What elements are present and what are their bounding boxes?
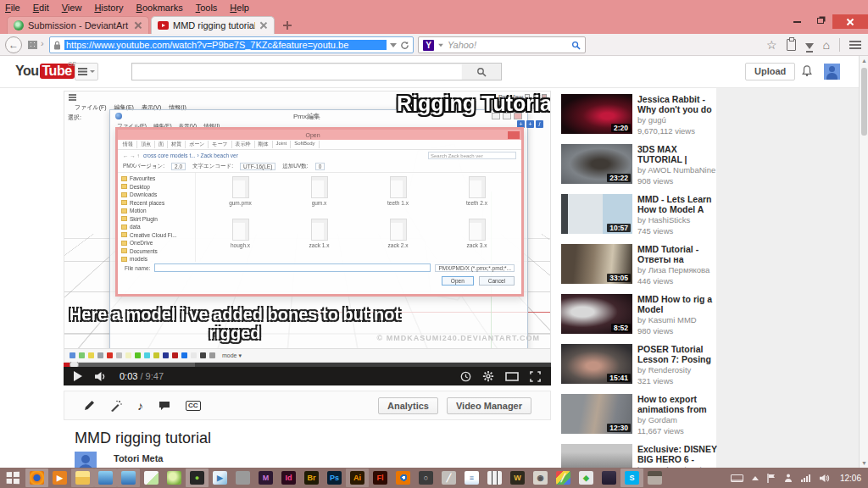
menu-item[interactable]: History [94, 3, 123, 13]
taskbar-sims-icon[interactable]: ◆ [575, 469, 598, 487]
taskbar-cap-app-icon[interactable] [643, 469, 666, 487]
youtube-logo[interactable]: You Tube [15, 64, 75, 79]
search-icon[interactable] [571, 41, 581, 50]
taskbar-media-player-icon[interactable]: ▶ [48, 469, 71, 487]
search-placeholder[interactable]: Yahoo! [448, 40, 568, 50]
channel-avatar[interactable] [75, 452, 97, 468]
volume-icon[interactable] [94, 371, 108, 382]
watch-later-icon[interactable] [460, 371, 471, 382]
analytics-button[interactable]: Analytics [378, 397, 438, 414]
edit-pencil-icon[interactable] [83, 400, 95, 412]
url-bar[interactable]: https://www.youtube.com/watch?v=P9be7S_7… [49, 36, 414, 53]
account-avatar[interactable] [824, 64, 840, 80]
tab-close-icon[interactable] [259, 21, 268, 30]
theater-mode-icon[interactable] [505, 372, 519, 381]
bookmark-star-icon[interactable]: ☆ [766, 37, 777, 53]
taskbar-illustrator-icon[interactable]: Ai [346, 469, 369, 487]
url-text[interactable]: https://www.youtube.com/watch?v=P9be7S_7… [64, 40, 387, 50]
taskbar-paint-app-icon[interactable]: ╱ [437, 469, 460, 487]
upload-button[interactable]: Upload [745, 63, 795, 80]
reload-icon[interactable] [400, 41, 409, 50]
taskbar-dark-app-icon[interactable] [598, 469, 620, 487]
video-thumbnail[interactable]: 10:57 [561, 194, 632, 234]
site-identity-icon[interactable] [28, 41, 37, 49]
video-author[interactable]: by Kasumi MMD [637, 315, 717, 325]
scrollbar-thumb[interactable] [861, 68, 867, 136]
suggested-video[interactable]: 2:20 Jessica Rabbit - Why don't you do r… [561, 94, 717, 136]
video-player[interactable]: PmxView ファイル(F) 編集(E) 表示(V) 情報(I) 選択: ++… [64, 91, 551, 385]
taskbar-flash-icon[interactable]: Fl [369, 469, 392, 487]
taskbar-document-app-icon[interactable]: ≡ [460, 469, 483, 487]
fullscreen-icon[interactable] [530, 371, 541, 382]
action-center-flag-icon[interactable] [767, 474, 776, 483]
video-author[interactable]: by Renderosity [637, 365, 717, 375]
video-title-link[interactable]: 3DS MAX TUTORIAL | CHANGEMENT DE TETE + … [637, 144, 717, 164]
taskbar-recorder-icon[interactable]: ● [186, 469, 209, 487]
taskbar-photoshop-icon[interactable]: Ps [323, 469, 346, 487]
video-author[interactable]: by gugú [637, 115, 717, 125]
suggested-video[interactable]: 12:30 How to export animations from Blen… [561, 394, 717, 436]
search-engine-dropdown-icon[interactable] [438, 43, 443, 47]
window-restore-button[interactable] [809, 14, 832, 29]
video-author[interactable]: by AWOL NumbaNine [637, 165, 717, 175]
taskbar-skype-icon[interactable]: S [620, 469, 643, 487]
menu-hamburger-icon[interactable] [849, 41, 861, 42]
guide-button[interactable] [75, 63, 98, 80]
menu-item[interactable]: Bookmarks [136, 3, 183, 13]
taskbar-mmd-icon[interactable] [140, 469, 163, 487]
tab-deviantart[interactable]: Submission - DeviantArt [7, 16, 149, 34]
taskbar-movie-maker-icon[interactable]: ▶ [209, 469, 231, 487]
url-dropdown-icon[interactable] [390, 43, 397, 47]
taskbar-file-explorer-icon[interactable] [71, 469, 94, 487]
back-button[interactable]: ← [5, 36, 22, 53]
youtube-search-input[interactable] [131, 63, 463, 80]
taskbar-blue-app-2-icon[interactable] [117, 469, 140, 487]
menu-item[interactable]: File [5, 3, 20, 13]
video-thumbnail[interactable]: 1:53 [561, 444, 632, 468]
youtube-search-button[interactable] [462, 63, 502, 80]
annotations-bubble-icon[interactable] [159, 401, 170, 411]
new-tab-button[interactable] [281, 19, 293, 31]
video-author[interactable]: by Gordam [637, 415, 717, 425]
menu-item[interactable]: Help [230, 3, 249, 13]
search-bar[interactable]: Y Yahoo! [418, 36, 586, 53]
suggested-video[interactable]: 33:05 MMD Tutorial - Ответы на вопросы п… [561, 244, 717, 286]
taskbar-leaf-app-icon[interactable] [163, 469, 186, 487]
taskbar-firefox-icon[interactable] [25, 469, 48, 487]
taskbar-indesign-icon[interactable]: Id [277, 469, 300, 487]
bookmarks-panel-icon[interactable] [787, 39, 796, 51]
video-title-link[interactable]: MMD Tutorial - Ответы на вопросы по ММД [637, 244, 717, 264]
taskbar-clock-app-icon[interactable]: ○ [415, 469, 437, 487]
page-scrollbar[interactable]: ▲ ▼ [859, 56, 868, 468]
language-person-icon[interactable] [784, 474, 793, 483]
suggested-video[interactable]: 8:52 MMD How to rig a Model by Kasumi MM… [561, 294, 717, 336]
video-title-link[interactable]: Jessica Rabbit - Why don't you do right [637, 94, 717, 114]
taskbar-piano-app-icon[interactable] [483, 469, 506, 487]
channel-name[interactable]: Totori Meta [114, 453, 163, 463]
taskbar-m-app-icon[interactable]: M [254, 469, 277, 487]
scroll-down-icon[interactable]: ▼ [861, 460, 867, 466]
enhance-wand-icon[interactable] [110, 400, 122, 412]
video-screen[interactable]: PmxView ファイル(F) 編集(E) 表示(V) 情報(I) 選択: ++… [64, 91, 551, 363]
taskbar-art-app-icon[interactable]: ╱ [552, 469, 575, 487]
video-title-link[interactable]: MMD - Lets Learn How to Model A Head! [637, 194, 717, 214]
video-author[interactable]: by Лиза Пермякова [637, 265, 717, 275]
start-button[interactable] [0, 468, 25, 488]
video-thumbnail[interactable]: 12:30 [561, 394, 632, 434]
tab-youtube[interactable]: MMD rigging tutorial - Yo... [151, 16, 275, 34]
taskbar-camera-app-icon[interactable]: ◉ [529, 469, 552, 487]
video-title-link[interactable]: POSER Tutorial Lesson 7: Posing [637, 344, 717, 364]
menu-item[interactable]: Tools [196, 3, 218, 13]
suggested-video[interactable]: 15:41 POSER Tutorial Lesson 7: Posing by… [561, 344, 717, 386]
suggested-video[interactable]: 10:57 MMD - Lets Learn How to Model A He… [561, 194, 717, 236]
video-thumbnail[interactable]: 2:20 [561, 94, 632, 134]
play-button[interactable] [74, 371, 82, 381]
settings-gear-icon[interactable] [482, 370, 494, 382]
taskbar-w-app-icon[interactable]: W [506, 469, 529, 487]
video-title-link[interactable]: Exclusive: DISNEY BIG HERO 6 - Character… [637, 444, 717, 464]
video-manager-button[interactable]: Video Manager [447, 397, 531, 414]
audio-note-icon[interactable]: ♪ [137, 399, 143, 413]
volume-tray-icon[interactable] [819, 474, 830, 483]
video-thumbnail[interactable]: 23:22 [561, 144, 632, 184]
touch-keyboard-icon[interactable] [731, 474, 743, 482]
